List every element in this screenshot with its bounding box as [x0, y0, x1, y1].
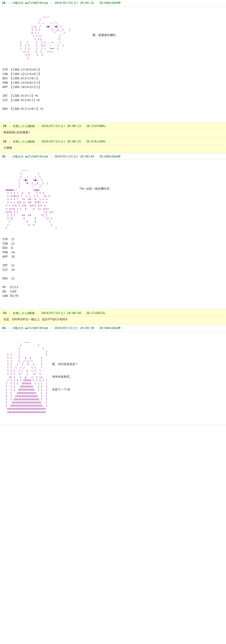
- post-num-29: 29: [3, 140, 6, 143]
- post-date-33: 2019/07/13(土) 20:08:50: [42, 311, 81, 315]
- post-header-26: 26 ： 小梅太夫 ◆uTi5mKlV6rpm ： 2019/07/13(土) …: [0, 0, 226, 6]
- post-reply-29: 大獲獲: [1, 145, 225, 152]
- post-name-34: 小梅太夫 ◆uTi5mKlV6rpm: [12, 326, 48, 330]
- ascii-art-34: ―――― / \ / \ | | l l | | l l l ∧ ∧ l l l…: [3, 341, 47, 414]
- post-header-28: 28 ： 名無しさん@狐板 ： 2019/07/13(土) 20:06:13 I…: [1, 123, 225, 130]
- stats-32: STR 17 CON 12 DEX 8 POW 14 APP 10 INT 12…: [3, 237, 223, 298]
- post-34: 34 ： 小梅太夫 ◆uTi5mKlV6rpm ： 2019/07/13(土) …: [0, 325, 226, 425]
- post-name-28: 名無しさん@狐板: [13, 124, 35, 128]
- post-reply-33: 但是、EDU和INT在一般以上 低於平均的只有DEX: [1, 316, 225, 324]
- comment-text-34-2: 來角色募集吧。: [52, 375, 78, 379]
- post-date-26: 2019/07/13(土) 20:05:22: [55, 1, 94, 4]
- post-num-32: 32: [2, 155, 5, 158]
- comment-text-34-1: 覇。你到底會是誰？: [52, 363, 78, 366]
- post-content-row-26: ―――― / . / ─ ─ \ [ μ / (●) (●) \ リ l | (…: [3, 15, 223, 60]
- post-name-32: 小梅太夫 ◆uTi5mKlV6rpm: [12, 155, 48, 158]
- post-reply-28: 姆基姆基(筋肉隆隆): [1, 130, 225, 136]
- post-33: 33 ： 名無しさん@狐板 ： 2019/07/13(土) 20:08:50 I…: [0, 310, 226, 325]
- post-header-32: 32 ： 小梅太夫 ◆uTi5mKlV6rpm ： 2019/07/13(土) …: [0, 154, 226, 160]
- ascii-art-32: ――――. / \ / ─ ─ \ / (●) (●) \ | N (__人__…: [3, 169, 57, 230]
- post-name-26: 小梅太夫 ◆uTi5mKlV6rpm: [12, 1, 48, 4]
- post-body-34: ―――― / \ / \ | | l l | | l l l ∧ ∧ l l l…: [0, 332, 226, 424]
- post-id-26: ID:KAHiG9eUM: [99, 1, 120, 4]
- post-num-28: 28: [3, 124, 6, 128]
- stats-26: STR 【[3D6:17(6+5+6)]】 CON 【[3D6:12(1+5+6…: [3, 68, 223, 111]
- post-date-34: 2019/07/13(土) 20:09:30: [55, 326, 94, 330]
- post-header-34: 34 ： 小梅太夫 ◆uTi5mKlV6rpm ： 2019/07/13(土) …: [0, 325, 226, 332]
- post-id-34: ID:KAHiG9eUM: [99, 326, 120, 330]
- comment-32: The 結筋一様的屬性草。: [62, 169, 112, 195]
- post-body-26: ―――― / . / ─ ─ \ [ μ / (●) (●) \ リ l | (…: [0, 6, 226, 121]
- post-header-33: 33 ： 名無しさん@狐板 ： 2019/07/13(土) 20:08:50 I…: [1, 310, 225, 316]
- comment-26: 覇。最重要的屬性。: [75, 15, 119, 41]
- post-name-33: 名無しさん@狐板: [13, 311, 35, 315]
- post-28: 28 ： 名無しさん@狐板 ： 2019/07/13(土) 20:06:13 I…: [0, 123, 226, 138]
- comment-text-34-3: 安慰下一下30: [52, 388, 78, 392]
- post-date-29: 2019/07/13(土) 20:06:15: [42, 140, 81, 143]
- post-num-33: 33: [3, 311, 6, 315]
- post-date-28: 2019/07/13(土) 20:06:13: [42, 124, 81, 128]
- post-29: 29 ： 名無しさん@狐板 ： 2019/07/13(土) 20:06:15 I…: [0, 138, 226, 153]
- post-header-29: 29 ： 名無しさん@狐板 ： 2019/07/13(土) 20:06:15 I…: [1, 138, 225, 145]
- post-container: 26 ： 小梅太夫 ◆uTi5mKlV6rpm ： 2019/07/13(土) …: [0, 0, 226, 425]
- post-num-34: 34: [2, 326, 5, 330]
- comment-34: 覇。你到底會是誰？ 來角色募集吧。 安慰下一下30: [52, 341, 78, 400]
- post-name-29: 名無しさん@狐板: [13, 140, 35, 143]
- post-content-row-32: ――――. / \ / ─ ─ \ / (●) (●) \ | N (__人__…: [3, 169, 223, 230]
- comment-text-26: 覇。最重要的屬性。: [93, 34, 119, 37]
- post-body-32: ――――. / \ / ─ ─ \ / (●) (●) \ | N (__人__…: [0, 160, 226, 308]
- post-id-28: ID:21VFdHRu: [86, 124, 105, 128]
- post-32: 32 ： 小梅太夫 ◆uTi5mKlV6rpm ： 2019/07/13(土) …: [0, 154, 226, 309]
- post-id-32: ID:KAHiG9eUM: [99, 155, 120, 158]
- post-content-row-34: ―――― / \ / \ | | l l | | l l l ∧ ∧ l l l…: [3, 341, 223, 414]
- post-num-26: 26: [2, 1, 5, 4]
- ascii-art-26: ―――― / . / ─ ─ \ [ μ / (●) (●) \ リ l | (…: [3, 15, 70, 60]
- post-id-29: ID:KrKcxK0S: [86, 140, 105, 143]
- post-id-33: ID:Slx05Z3L: [86, 311, 105, 315]
- post-26: 26 ： 小梅太夫 ◆uTi5mKlV6rpm ： 2019/07/13(土) …: [0, 0, 226, 122]
- post-date-32: 2019/07/13(土) 20:08:04: [55, 155, 94, 158]
- comment-text-32: The 結筋一様的屬性草。: [79, 187, 112, 191]
